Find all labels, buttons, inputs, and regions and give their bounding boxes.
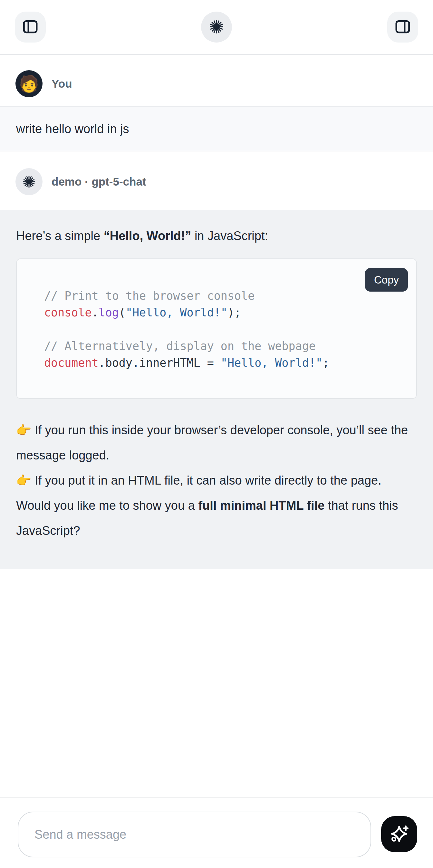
code-line: document.body.innerHTML = "Hello, World!…	[44, 354, 403, 371]
send-button[interactable]	[381, 816, 417, 852]
user-avatar: 🧑	[16, 70, 42, 97]
top-bar	[0, 0, 433, 55]
code-line: // Print to the browser console	[44, 287, 403, 304]
user-message-text: write hello world in js	[16, 122, 129, 136]
empty-scroll-area	[0, 569, 433, 798]
assistant-paragraphs: 👉 If you run this inside your browser’s …	[16, 417, 417, 543]
person-emoji: 🧑	[19, 76, 39, 92]
user-sender-label: You	[52, 77, 72, 90]
copy-code-button[interactable]: Copy	[365, 268, 408, 291]
assistant-paragraph: Would you like me to show you a full min…	[16, 493, 417, 543]
code-line: console.log("Hello, World!");	[44, 304, 403, 321]
message-input[interactable]	[18, 812, 371, 857]
code-block: Copy // Print to the browser consolecons…	[16, 258, 417, 399]
composer-bar	[0, 798, 433, 868]
panel-left-icon	[21, 18, 39, 37]
starburst-icon	[208, 19, 225, 36]
code-content: // Print to the browser consoleconsole.l…	[44, 287, 403, 371]
assistant-sender-label: demo · gpt-5-chat	[52, 175, 146, 188]
right-panel-toggle-button[interactable]	[387, 11, 418, 42]
assistant-intro-text: Here’s a simple “Hello, World!” in JavaS…	[16, 227, 417, 245]
assistant-message-header: demo · gpt-5-chat	[0, 168, 433, 195]
app-logo-button[interactable]	[201, 11, 232, 42]
panel-right-icon	[394, 18, 412, 37]
assistant-paragraph: 👉 If you run this inside your browser’s …	[16, 417, 417, 493]
assistant-avatar	[16, 168, 42, 195]
starburst-icon	[22, 174, 36, 189]
assistant-message-body: Here’s a simple “Hello, World!” in JavaS…	[0, 210, 433, 569]
code-line: // Alternatively, display on the webpage	[44, 338, 403, 354]
sparkle-icon	[389, 823, 410, 845]
user-message-bubble: write hello world in js	[0, 106, 433, 151]
sidebar-toggle-button[interactable]	[15, 11, 46, 42]
user-message-header: 🧑 You	[0, 70, 433, 97]
code-line	[44, 321, 403, 338]
